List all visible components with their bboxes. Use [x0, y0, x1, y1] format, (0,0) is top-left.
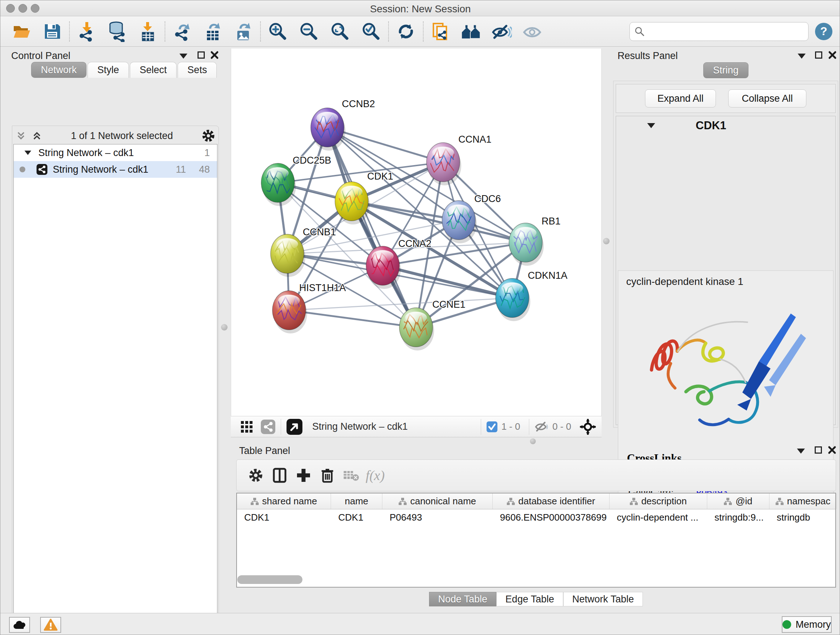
- table-cell[interactable]: 9606.ENSP00000378699: [493, 509, 609, 525]
- birds-eye-view-icon[interactable]: [286, 418, 303, 435]
- function-builder-icon-disabled: f(x): [363, 464, 387, 486]
- network-node-rb1[interactable]: RB1: [509, 216, 561, 266]
- zoom-out-icon[interactable]: [298, 21, 319, 42]
- cloud-button[interactable]: [9, 617, 30, 633]
- toolbar-separator: [388, 21, 389, 42]
- horizontal-scrollbar-thumb[interactable]: [237, 575, 302, 584]
- entry-header[interactable]: CDK1: [616, 116, 835, 135]
- panel-float-icon[interactable]: [815, 51, 822, 59]
- network-node-count: 11: [176, 164, 186, 175]
- zoom-fit-icon[interactable]: [330, 21, 351, 42]
- node-label: CCNA1: [458, 134, 492, 145]
- import-table-file-icon[interactable]: [137, 21, 158, 42]
- column-header-shared-name[interactable]: shared name: [237, 494, 331, 509]
- gear-icon[interactable]: [202, 129, 215, 143]
- table-row[interactable]: CDK1CDK1P064939606.ENSP00000378699cyclin…: [237, 509, 835, 525]
- warnings-button[interactable]: [40, 617, 61, 633]
- tab-network[interactable]: Network: [31, 62, 87, 78]
- network-node-cdc6[interactable]: CDC6: [442, 193, 501, 243]
- network-node-ccne1[interactable]: CCNE1: [399, 299, 466, 350]
- table-cell[interactable]: stringdb:9...: [707, 509, 769, 525]
- node-label: CCNB1: [303, 226, 336, 238]
- collapse-all-icon[interactable]: [16, 130, 27, 141]
- selected-checkbox-icon[interactable]: [486, 421, 498, 432]
- show-columns-icon[interactable]: [268, 464, 292, 486]
- panel-float-icon[interactable]: [815, 447, 822, 454]
- network-collection-row[interactable]: String Network – cdk1 1: [14, 144, 217, 161]
- refresh-icon[interactable]: [395, 21, 416, 42]
- node-label: CDC6: [474, 193, 501, 204]
- node-label: CCNE1: [432, 299, 466, 310]
- table-cell[interactable]: CDK1: [331, 509, 382, 525]
- table-header-row: shared namenamecanonical namedatabase id…: [237, 494, 835, 509]
- tab-network-table[interactable]: Network Table: [563, 592, 643, 606]
- cloud-icon: [13, 620, 27, 630]
- tab-edge-table[interactable]: Edge Table: [496, 592, 563, 606]
- tab-style[interactable]: Style: [88, 62, 129, 78]
- right-splitter-handle[interactable]: [603, 238, 609, 244]
- export-network-icon[interactable]: [172, 21, 193, 42]
- node-label: CCNA2: [398, 238, 431, 249]
- selection-summary: 1 of 1 Network selected: [42, 130, 202, 141]
- open-session-icon[interactable]: [11, 21, 32, 42]
- hide-selected-icon[interactable]: [491, 21, 512, 42]
- fit-content-crosshair-icon[interactable]: [580, 419, 596, 435]
- zoom-in-icon[interactable]: [267, 21, 288, 42]
- import-network-database-icon[interactable]: [107, 21, 128, 42]
- collapse-all-button[interactable]: Collapse All: [728, 89, 806, 108]
- add-column-icon[interactable]: [292, 464, 316, 486]
- import-network-file-icon[interactable]: [76, 21, 97, 42]
- expand-all-button[interactable]: Expand All: [645, 89, 716, 108]
- expand-all-icon[interactable]: [32, 130, 42, 141]
- tab-sets[interactable]: Sets: [178, 62, 217, 78]
- network-edge[interactable]: [327, 127, 416, 327]
- delete-column-icon[interactable]: [316, 464, 339, 486]
- table-settings-gear-icon[interactable]: [244, 464, 268, 486]
- column-header-name[interactable]: name: [331, 494, 382, 509]
- panel-menu-icon[interactable]: [180, 54, 187, 59]
- network-canvas[interactable]: CCNB2CCNA1CDC25BCDK1CDC6RB1CCNB1CCNA2CDK…: [231, 49, 602, 416]
- table-cell[interactable]: cyclin-dependent ...: [609, 509, 707, 525]
- column-header-database-identifier[interactable]: database identifier: [493, 494, 609, 509]
- left-splitter-handle[interactable]: [221, 324, 227, 331]
- column-header-description[interactable]: description: [609, 494, 707, 509]
- network-label: String Network – cdk1: [53, 164, 148, 175]
- duplicate-network-icon[interactable]: [430, 21, 451, 42]
- export-image-icon[interactable]: [233, 21, 254, 42]
- hidden-eye-icon[interactable]: [534, 421, 549, 433]
- network-row-selected[interactable]: String Network – cdk1 11 48: [14, 161, 217, 178]
- search-input[interactable]: [645, 26, 797, 37]
- protein-structure-image: [632, 294, 820, 446]
- zoom-selected-icon[interactable]: [361, 21, 382, 42]
- panel-menu-icon[interactable]: [798, 54, 806, 59]
- export-table-icon[interactable]: [202, 21, 223, 42]
- panel-menu-icon[interactable]: [797, 448, 805, 454]
- memory-button[interactable]: Memory: [782, 616, 832, 633]
- network-edge[interactable]: [289, 310, 416, 327]
- network-view-icon[interactable]: [261, 419, 276, 434]
- save-session-icon[interactable]: [42, 21, 63, 42]
- tree-expander-icon[interactable]: [25, 150, 32, 155]
- network-node-cdkn1a[interactable]: CDKN1A: [496, 270, 568, 321]
- show-eye-icon[interactable]: [521, 21, 542, 42]
- home-networks-icon[interactable]: [461, 21, 482, 42]
- grid-view-icon[interactable]: [240, 420, 254, 434]
- column-header-canonical-name[interactable]: canonical name: [382, 494, 493, 509]
- column-header-namespac[interactable]: namespac: [769, 494, 837, 509]
- toolbar-separator: [260, 21, 261, 42]
- panel-close-icon[interactable]: [828, 51, 837, 59]
- panel-float-icon[interactable]: [197, 51, 205, 59]
- panel-close-icon[interactable]: [828, 446, 836, 454]
- help-button[interactable]: ?: [815, 23, 832, 40]
- table-cell[interactable]: CDK1: [237, 509, 331, 525]
- panel-close-icon[interactable]: [210, 51, 219, 59]
- table-cell[interactable]: P06493: [382, 509, 493, 525]
- tab-select[interactable]: Select: [130, 62, 177, 78]
- table-cell[interactable]: stringdb: [769, 509, 837, 525]
- node-label: CDKN1A: [528, 270, 568, 281]
- tab-string[interactable]: String: [703, 62, 748, 78]
- network-node-ccnb2[interactable]: CCNB2: [311, 98, 375, 150]
- tab-node-table[interactable]: Node Table: [429, 592, 496, 606]
- entry-expander-icon[interactable]: [647, 123, 655, 128]
- column-header--id[interactable]: @id: [707, 494, 769, 509]
